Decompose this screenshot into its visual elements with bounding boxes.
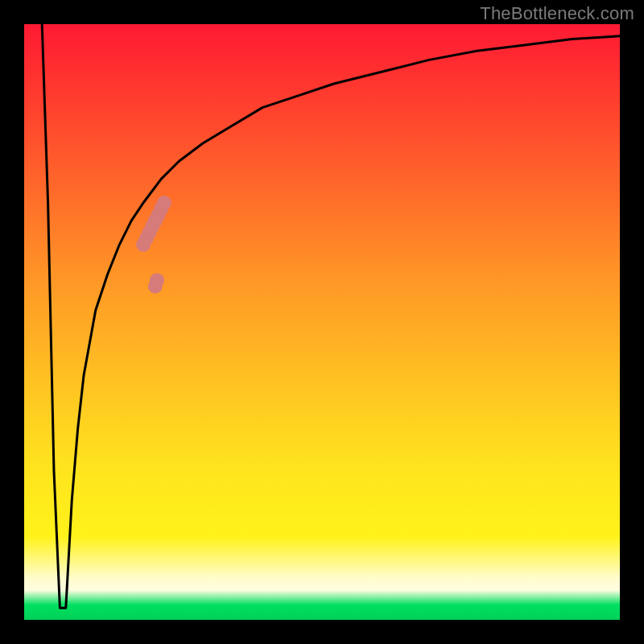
chart-svg	[24, 24, 620, 620]
plot-area	[24, 24, 620, 620]
highlight-points	[136, 196, 171, 294]
highlight-dot	[150, 273, 164, 287]
watermark-text: TheBottleneck.com	[480, 3, 634, 24]
curve-line	[42, 24, 620, 608]
highlight-dot	[157, 196, 171, 210]
chart-frame: TheBottleneck.com	[0, 0, 644, 644]
